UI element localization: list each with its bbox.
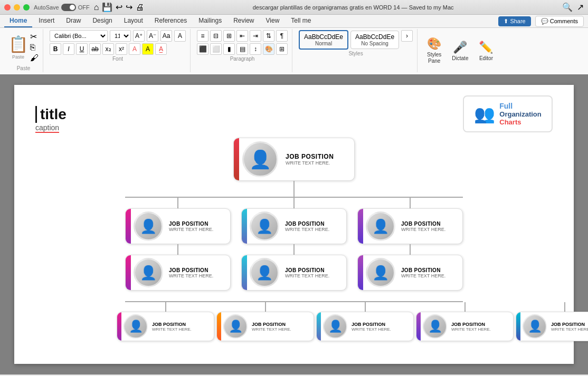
row3-card-1[interactable]: 👤 JOB POSITION WRITE TEXT HERE.: [216, 312, 314, 341]
style-no-spacing-button[interactable]: AaBbCcDdEe No Spacing: [350, 31, 399, 49]
row2-card-0[interactable]: 👤 JOB POSITION WRITE TEXT HERE.: [125, 255, 231, 291]
format-painter-icon[interactable]: 🖌: [30, 53, 39, 63]
sort-button[interactable]: ⇅: [263, 30, 274, 42]
decrease-indent-button[interactable]: ⇤: [236, 30, 248, 42]
card-accent-2: [358, 209, 363, 244]
col-right: 👤 JOB POSITION WRITE TEXT HERE. 👤 JOB: [357, 198, 463, 291]
autosave-toggle[interactable]: AutoSave OFF: [34, 4, 90, 11]
text-color-button[interactable]: A̲: [155, 43, 167, 55]
redo-icon[interactable]: ↪: [126, 2, 132, 12]
card-avatar-1: 👤: [250, 211, 279, 241]
clear-format-button[interactable]: A: [174, 30, 186, 42]
tab-references[interactable]: References: [149, 15, 192, 27]
logo-full: Full: [499, 102, 541, 110]
tab-insert[interactable]: Insert: [33, 15, 60, 27]
line-spacing-button[interactable]: ↕: [250, 43, 261, 55]
styles-group-label: Styles: [348, 51, 363, 56]
undo-icon[interactable]: ↩: [116, 2, 122, 12]
card-text-1: JOB POSITION WRITE TEXT HERE.: [282, 218, 333, 235]
tab-mailings[interactable]: Mailings: [193, 15, 227, 27]
close-button[interactable]: [4, 4, 11, 11]
dictate-button[interactable]: 🎤 Dictate: [449, 38, 471, 63]
autosave-switch[interactable]: [61, 4, 76, 11]
card2-pos-1: JOB POSITION: [285, 267, 329, 273]
borders-button[interactable]: ⊞: [276, 43, 288, 55]
tab-tell-me[interactable]: Tell me: [286, 15, 316, 27]
doc-title[interactable]: title: [35, 106, 67, 123]
row3-card-3[interactable]: 👤 JOB POSITION WRITE TEXT HERE.: [416, 312, 514, 341]
tab-review[interactable]: Review: [228, 15, 259, 27]
tab-view[interactable]: View: [261, 15, 285, 27]
increase-indent-button[interactable]: ⇥: [250, 30, 261, 42]
maximize-button[interactable]: [23, 4, 30, 11]
col-center: 👤 JOB POSITION WRITE TEXT HERE. 👤 JOB: [241, 198, 347, 291]
tab-layout[interactable]: Layout: [119, 15, 148, 27]
change-case-button[interactable]: Aa: [160, 30, 172, 42]
multilevel-list-button[interactable]: ⊞: [223, 30, 235, 42]
bold-button[interactable]: B: [50, 43, 61, 55]
autosave-label: AutoSave: [34, 4, 59, 11]
card2-accent-2: [358, 255, 363, 290]
highlight-button[interactable]: A: [142, 43, 154, 55]
grow-font-button[interactable]: A⁺: [133, 30, 145, 42]
paste-label[interactable]: Paste: [12, 54, 24, 60]
row1-card-2[interactable]: 👤 JOB POSITION WRITE TEXT HERE.: [357, 208, 463, 244]
bullets-button[interactable]: ≡: [197, 30, 208, 42]
card-avatar-2: 👤: [366, 211, 395, 241]
row1-card-0[interactable]: 👤 JOB POSITION WRITE TEXT HERE.: [125, 208, 231, 244]
row3-card-4[interactable]: 👤 JOB POSITION WRITE TEXT HERE.: [516, 312, 588, 341]
row3-card-0[interactable]: 👤 JOB POSITION WRITE TEXT HERE.: [117, 312, 214, 341]
card2-text-1: JOB POSITION WRITE TEXT HERE.: [282, 264, 333, 282]
align-left-button[interactable]: ⬛: [197, 43, 208, 55]
italic-button[interactable]: I: [63, 43, 74, 55]
tab-home[interactable]: Home: [4, 15, 32, 27]
card2-sub-2: WRITE TEXT HERE.: [401, 273, 445, 278]
comments-button[interactable]: 💬 Comments: [535, 16, 584, 27]
share-button[interactable]: ⬆ Share: [498, 16, 530, 26]
r3-sub-2: WRITE TEXT HERE.: [352, 327, 391, 332]
paste-icon[interactable]: 📋: [8, 35, 28, 53]
shading-button[interactable]: 🎨: [263, 43, 274, 55]
font-color-button[interactable]: A: [129, 43, 140, 55]
card2-pos-0: JOB POSITION: [169, 267, 213, 273]
row1-card-1[interactable]: 👤 JOB POSITION WRITE TEXT HERE.: [241, 208, 347, 244]
minimize-button[interactable]: [14, 4, 20, 11]
show-formatting-button[interactable]: ¶: [276, 30, 288, 42]
share-icon[interactable]: ↗: [577, 2, 584, 12]
col-r3-2: 👤 JOB POSITION WRITE TEXT HERE.: [316, 302, 414, 341]
align-right-button[interactable]: ▮: [223, 43, 235, 55]
style-no-spacing-preview: AaBbCcDdEe: [355, 33, 394, 41]
doc-caption[interactable]: caption: [35, 123, 59, 133]
justify-button[interactable]: ▤: [236, 43, 248, 55]
copy-icon[interactable]: ⎘: [30, 43, 39, 52]
subscript-button[interactable]: x₂: [102, 43, 114, 55]
search-icon[interactable]: 🔍: [562, 2, 573, 12]
align-center-button[interactable]: ⬜: [210, 43, 222, 55]
font-family-select[interactable]: Calibri (Bo...: [50, 30, 108, 42]
document-area: title caption 👥 Full Organization Charts…: [0, 74, 588, 374]
home-icon[interactable]: ⌂: [94, 3, 99, 12]
card2-sub-0: WRITE TEXT HERE.: [169, 273, 213, 278]
print-icon[interactable]: 🖨: [136, 3, 144, 12]
numbering-button[interactable]: ⊟: [210, 30, 222, 42]
shrink-font-button[interactable]: A⁻: [147, 30, 158, 42]
row2-card-1[interactable]: 👤 JOB POSITION WRITE TEXT HERE.: [241, 255, 347, 291]
top-org-card[interactable]: 👤 JOB POSITION WRITE TEXT HERE.: [233, 138, 355, 181]
logo-text-block: Full Organization Charts: [499, 102, 541, 126]
row3-card-2[interactable]: 👤 JOB POSITION WRITE TEXT HERE.: [316, 312, 414, 341]
tab-draw[interactable]: Draw: [61, 15, 86, 27]
underline-button[interactable]: U: [76, 43, 88, 55]
tab-design[interactable]: Design: [87, 15, 117, 27]
styles-pane-button[interactable]: 🎨 StylesPane: [424, 35, 444, 66]
superscript-button[interactable]: x²: [116, 43, 127, 55]
cut-icon[interactable]: ✂: [30, 32, 39, 42]
editor-button[interactable]: ✏️ Editor: [476, 38, 496, 63]
font-size-select[interactable]: 11: [110, 30, 131, 42]
more-styles-button[interactable]: ›: [401, 30, 413, 42]
row2-card-2[interactable]: 👤 JOB POSITION WRITE TEXT HERE.: [357, 255, 463, 291]
card2-sub-1: WRITE TEXT HERE.: [285, 273, 329, 278]
strikethrough-button[interactable]: ab: [89, 43, 101, 55]
style-normal-button[interactable]: AaBbCcDdEe Normal: [299, 30, 348, 50]
title-bar: AutoSave OFF ⌂ 💾 ↩ ↪ 🖨 descargar plantil…: [0, 0, 588, 15]
save-icon[interactable]: 💾: [102, 2, 112, 12]
